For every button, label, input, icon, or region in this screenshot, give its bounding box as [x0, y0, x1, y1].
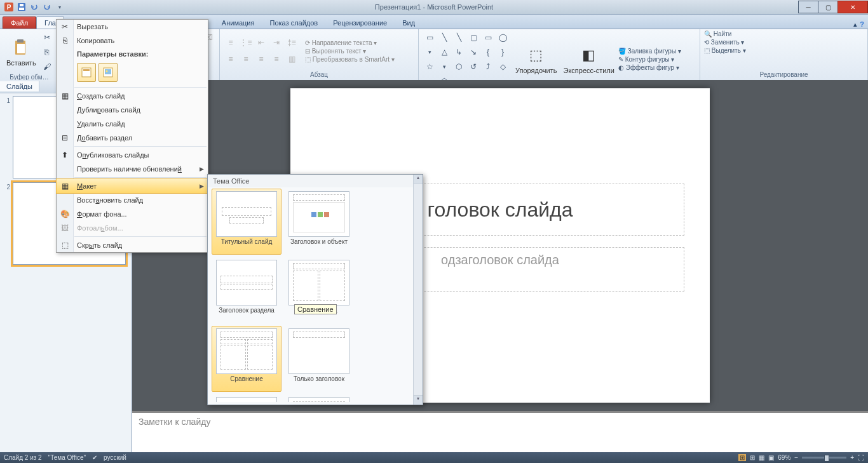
find-button[interactable]: 🔍 Найти	[704, 30, 731, 37]
svg-rect-6	[17, 39, 24, 43]
layout-item-title-content[interactable]: Заголовок и объект	[284, 189, 354, 255]
svg-point-12	[106, 70, 108, 72]
quick-styles-icon: ◧	[579, 45, 599, 65]
outdent-icon[interactable]: ⇤	[254, 36, 268, 50]
qat-customize-icon[interactable]: ▾	[55, 2, 65, 12]
svg-rect-13	[311, 212, 316, 217]
window-controls: ─ ▢ ✕	[799, 1, 868, 13]
ctx-copy[interactable]: ⎘Копировать	[57, 34, 208, 48]
ctx-add-section[interactable]: ⊟Добавить раздел	[57, 131, 208, 145]
cut-icon: ✂	[59, 22, 71, 31]
ctx-check-updates[interactable]: Проверить наличие обновлений▶	[57, 162, 208, 176]
app-icon[interactable]: P	[4, 2, 14, 12]
view-normal-icon[interactable]: ⊞	[738, 454, 746, 461]
minimize-button[interactable]: ─	[798, 1, 818, 13]
scroll-up-icon[interactable]: ▴	[414, 175, 423, 184]
ctx-cut[interactable]: ✂Вырезать	[57, 20, 208, 34]
panel-tab-slides[interactable]: Слайды	[0, 81, 39, 91]
spell-check-icon[interactable]: ✔	[92, 454, 97, 461]
save-icon[interactable]	[17, 2, 27, 12]
status-bar: Слайд 2 из 2 "Тема Office" ✔ русский ⊞ ⊞…	[0, 452, 868, 463]
shape-outline-button[interactable]: ✎ Контур фигуры ▾	[618, 56, 681, 63]
convert-smartart-button[interactable]: ⬚ Преобразовать в SmartArt ▾	[305, 56, 395, 63]
line-spacing-icon[interactable]: ‡≡	[285, 36, 299, 50]
maximize-button[interactable]: ▢	[818, 1, 838, 13]
layout-item-section-header[interactable]: Заголовок раздела	[212, 257, 281, 323]
status-language[interactable]: русский	[104, 454, 126, 461]
tab-animations[interactable]: Анимация	[214, 17, 262, 29]
ctx-duplicate-slide[interactable]: Дублировать слайд	[57, 103, 208, 117]
redo-icon[interactable]	[42, 2, 52, 12]
zoom-out-icon[interactable]: −	[794, 454, 798, 461]
scroll-down-icon[interactable]: ▾	[414, 395, 423, 405]
status-slide-count: Слайд 2 из 2	[4, 454, 42, 461]
group-clipboard: Вставить ✂ ⎘ 🖌 Буфер обм…	[0, 29, 59, 80]
paste-option-theme[interactable]	[77, 63, 96, 82]
zoom-in-icon[interactable]: +	[850, 454, 854, 461]
layout-item-title-slide[interactable]: Титульный слайд	[212, 189, 281, 255]
tab-review[interactable]: Рецензирование	[325, 17, 395, 29]
tab-view[interactable]: Вид	[395, 17, 423, 29]
shape-effects-button[interactable]: ◐ Эффекты фигур ▾	[618, 64, 681, 71]
indent-icon[interactable]: ⇥	[269, 36, 283, 50]
undo-icon[interactable]	[29, 2, 39, 12]
help-icon[interactable]: ?	[860, 20, 864, 29]
format-painter-icon[interactable]: 🖌	[40, 60, 54, 74]
columns-icon[interactable]: ▥	[285, 52, 299, 66]
close-button[interactable]: ✕	[837, 1, 868, 13]
notes-pane[interactable]: Заметки к слайду	[132, 411, 868, 452]
arrange-icon: ⬚	[526, 45, 546, 65]
thumb-number: 1	[3, 96, 10, 178]
align-right-icon[interactable]: ≡	[254, 52, 268, 66]
select-button[interactable]: ⬚ Выделить ▾	[704, 47, 746, 54]
tab-file[interactable]: Файл	[3, 17, 36, 29]
copy-icon[interactable]: ⎘	[40, 45, 54, 59]
view-slideshow-icon[interactable]: ▣	[768, 454, 774, 461]
layout-item-content-caption[interactable]: Объект с подписью	[284, 394, 354, 402]
text-direction-button[interactable]: ⟳ Направление текста ▾	[305, 39, 395, 46]
align-left-icon[interactable]: ≡	[224, 52, 238, 66]
ctx-delete-slide[interactable]: Удалить слайд	[57, 117, 208, 131]
align-center-icon[interactable]: ≡	[239, 52, 253, 66]
hide-slide-icon: ⬚	[59, 241, 71, 250]
tooltip: Сравнение	[294, 304, 337, 314]
justify-icon[interactable]: ≡	[269, 52, 283, 66]
numbering-icon[interactable]: ⋮≡	[239, 36, 253, 50]
quick-styles-button[interactable]: ◧Экспресс-стили	[560, 44, 616, 76]
bullets-icon[interactable]: ≡	[224, 36, 238, 50]
align-text-button[interactable]: ⊟ Выровнять текст ▾	[305, 48, 395, 55]
view-sorter-icon[interactable]: ⊞	[750, 454, 755, 461]
status-theme: "Тема Office"	[48, 454, 86, 461]
paste-button[interactable]: Вставить	[4, 36, 39, 68]
layout-item-comparison[interactable]: Сравнение	[212, 326, 281, 392]
zoom-slider[interactable]	[802, 457, 846, 459]
gallery-scrollbar[interactable]: ▴ ▾	[413, 175, 423, 405]
thumb-number: 2	[3, 182, 10, 265]
zoom-level[interactable]: 69%	[778, 454, 790, 461]
arrange-button[interactable]: ⬚Упорядочить	[513, 44, 559, 76]
paste-option-picture[interactable]	[98, 63, 118, 82]
ctx-reset-slide[interactable]: Восстановить слайд	[57, 193, 208, 207]
shape-fill-button[interactable]: 🪣 Заливка фигуры ▾	[618, 48, 681, 55]
layout-item-title-only[interactable]: Только заголовок	[284, 326, 354, 392]
cut-icon[interactable]: ✂	[40, 30, 54, 44]
ctx-hide-slide[interactable]: ⬚Скрыть слайд	[57, 238, 208, 252]
fit-window-icon[interactable]: ⛶	[858, 454, 864, 461]
minimize-ribbon-icon[interactable]: ▴	[853, 20, 857, 29]
new-slide-icon: ▦	[59, 91, 71, 100]
tab-slideshow[interactable]: Показ слайдов	[262, 17, 325, 29]
ctx-format-background[interactable]: 🎨Формат фона...	[57, 207, 208, 221]
format-bg-icon: 🎨	[59, 210, 71, 218]
ctx-paste-header: Параметры вставки:	[57, 48, 208, 60]
replace-button[interactable]: ⟲ Заменить ▾	[704, 39, 745, 46]
copy-icon: ⎘	[59, 36, 71, 45]
view-reading-icon[interactable]: ▦	[759, 454, 764, 461]
context-menu: ✂Вырезать ⎘Копировать Параметры вставки:…	[56, 19, 208, 253]
ctx-layout[interactable]: ▦Макет▶	[56, 178, 208, 194]
group-editing: 🔍 Найти ⟲ Заменить ▾ ⬚ Выделить ▾ Редакт…	[700, 29, 868, 80]
ctx-publish-slides[interactable]: ⬆Опубликовать слайды	[57, 148, 208, 162]
svg-rect-11	[105, 69, 111, 74]
ctx-new-slide[interactable]: ▦ССоздать слайдоздать слайд	[57, 89, 208, 103]
ctx-photo-album: 🖼Фотоальбом...	[57, 221, 208, 235]
layout-item-blank[interactable]: Пустой слайд	[212, 394, 281, 402]
